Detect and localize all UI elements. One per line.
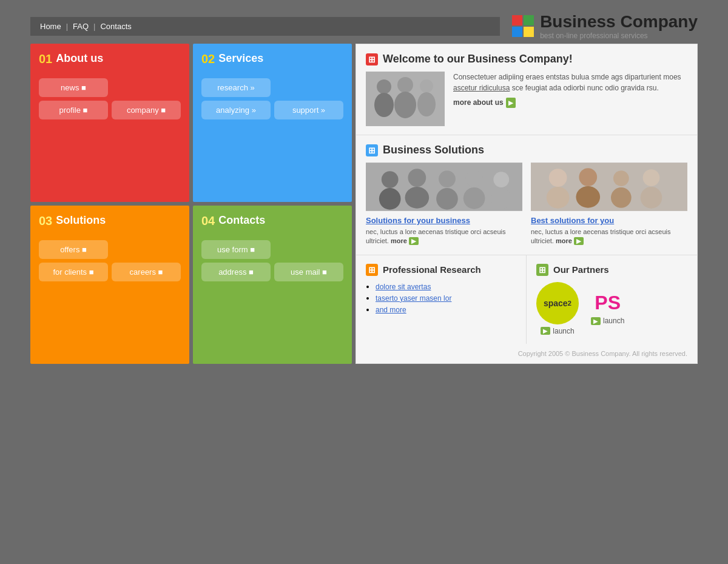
nav-contacts[interactable]: Contacts: [100, 22, 131, 31]
partners-section: ⊞ Our Partners space2 ▶ launch PS: [527, 255, 697, 344]
research-link-1[interactable]: dolore sit avertas: [376, 283, 431, 291]
research-heading: Professional Research: [383, 264, 481, 275]
welcome-icon: ⊞: [366, 53, 378, 65]
svg-point-25: [643, 169, 660, 186]
solutions-links: offers ■ for clients ■ careers ■: [39, 240, 181, 281]
biz-solutions-heading: Business Solutions: [383, 144, 484, 156]
svg-point-15: [463, 187, 485, 209]
solutions-link-forclients[interactable]: for clients ■: [39, 263, 108, 281]
footer: Copyright 2005 © Business Company. All r…: [356, 344, 697, 363]
services-link-support[interactable]: support »: [274, 101, 343, 119]
svg-point-23: [613, 170, 629, 186]
welcome-text: Consectetuer adipiing eraes entstas bulu…: [453, 72, 687, 126]
research-title-row: ⊞ Professional Research: [366, 264, 516, 276]
logo-icon-yellow: [524, 27, 534, 37]
contacts-number: 04: [201, 214, 215, 228]
research-link-3[interactable]: and more: [376, 306, 406, 314]
partners-icon: ⊞: [536, 264, 548, 276]
contacts-links: use form ■ address ■ use mail ■: [201, 240, 343, 281]
solutions-link-offers[interactable]: offers ■: [39, 240, 108, 259]
svg-point-16: [493, 172, 509, 187]
welcome-heading: Welcome to our Business Company!: [383, 53, 573, 65]
ascetur-link[interactable]: ascetur ridiculusa: [453, 84, 510, 92]
contacts-link-usemail[interactable]: use mail ■: [274, 263, 343, 281]
solution-link-2[interactable]: Best solutions for you: [531, 216, 687, 225]
svg-point-2: [374, 93, 394, 117]
svg-point-1: [377, 79, 391, 94]
space2-launch[interactable]: ▶ launch: [541, 327, 574, 335]
solutions-title: Solutions: [56, 214, 106, 227]
welcome-title-row: ⊞ Welcome to our Business Company!: [366, 53, 687, 65]
nav-home[interactable]: Home: [40, 22, 61, 31]
ps-launch[interactable]: ▶ launch: [591, 317, 624, 325]
svg-point-3: [397, 77, 413, 93]
services-header: 02 Services: [201, 52, 343, 72]
list-item: and more: [376, 305, 516, 314]
welcome-body: Consectetuer adipiing eraes entstas bulu…: [366, 72, 687, 126]
svg-point-19: [549, 169, 567, 187]
svg-point-12: [439, 170, 456, 187]
about-link-news[interactable]: news ■: [39, 78, 108, 97]
header: Home | FAQ | Contacts Business Company b…: [30, 12, 698, 40]
research-list: dolore sit avertas taserto yaser masen l…: [366, 282, 516, 314]
svg-point-21: [579, 168, 597, 186]
right-content: ⊞ Welcome to our Business Company!: [356, 44, 698, 364]
contacts-link-useform[interactable]: use form ■: [201, 240, 271, 259]
solution-link-1[interactable]: Solutions for your business: [366, 216, 522, 225]
svg-point-5: [420, 79, 433, 93]
panel-solutions: 03 Solutions offers ■ for clients ■ care…: [30, 206, 189, 364]
welcome-section: ⊞ Welcome to our Business Company!: [356, 44, 697, 135]
solution-item-2: Best solutions for you nec, luctus a lor…: [531, 163, 687, 246]
services-link-research[interactable]: research »: [201, 78, 271, 97]
svg-point-26: [641, 187, 662, 209]
solution-text-1: nec, luctus a lore aecenas tristique orc…: [366, 227, 522, 246]
logo-icon-blue: [512, 27, 522, 37]
research-link-2[interactable]: taserto yaser masen lor: [376, 294, 451, 303]
launch-arrow-icon-2: ▶: [591, 317, 601, 325]
services-number: 02: [201, 52, 215, 66]
solutions-grid: Solutions for your business nec, luctus …: [366, 163, 687, 246]
contacts-link-address[interactable]: address ■: [201, 263, 271, 281]
contacts-panel-header: 04 Contacts: [201, 214, 343, 234]
logo-icon-green: [524, 15, 534, 25]
services-link-analyzing[interactable]: analyzing »: [201, 101, 271, 119]
svg-point-8: [382, 171, 399, 188]
page-wrapper: Home | FAQ | Contacts Business Company b…: [30, 12, 698, 364]
solutions-link-careers[interactable]: careers ■: [112, 263, 181, 281]
solutions-panel-header: 03 Solutions: [39, 214, 181, 234]
svg-point-20: [547, 187, 570, 209]
about-link-company[interactable]: company ■: [112, 101, 181, 119]
more-about-link[interactable]: more about us ▶: [453, 97, 516, 108]
solution-photo-1: [366, 163, 522, 211]
svg-point-4: [394, 92, 416, 118]
logo-subtitle: best on-line professional services: [540, 32, 698, 40]
footer-text: Copyright 2005 © Business Company. All r…: [518, 350, 687, 357]
svg-point-9: [379, 188, 401, 210]
nav-bar: Home | FAQ | Contacts: [30, 17, 500, 36]
about-links: news ■ profile ■ company ■: [39, 78, 181, 119]
solution-more-1[interactable]: more ▶: [391, 237, 419, 244]
partners-title-row: ⊞ Our Partners: [536, 264, 687, 276]
more-arrow-icon: ▶: [506, 98, 516, 108]
left-panels: 01 About us news ■ profile ■ company ■ 0…: [30, 44, 352, 364]
solution-more-2[interactable]: more ▶: [556, 237, 584, 244]
logo-title: Business Company: [540, 12, 698, 32]
list-item: dolore sit avertas: [376, 282, 516, 291]
nav-sep2: |: [93, 22, 95, 31]
partners-logos: space2 ▶ launch PS ▶ launch: [536, 282, 687, 335]
nav-faq[interactable]: FAQ: [73, 22, 89, 31]
business-solutions-section: ⊞ Business Solutions: [356, 135, 697, 255]
services-title: Services: [218, 52, 263, 65]
solution-text-2: nec, luctus a lore aecenas tristique orc…: [531, 227, 687, 246]
about-link-profile[interactable]: profile ■: [39, 101, 108, 119]
ps-logo: PS: [595, 292, 621, 314]
partners-heading: Our Partners: [553, 264, 609, 275]
panel-about: 01 About us news ■ profile ■ company ■: [30, 44, 189, 202]
partner-ps: PS ▶ launch: [591, 292, 624, 325]
launch-arrow-icon: ▶: [541, 327, 550, 335]
svg-point-22: [576, 186, 600, 208]
biz-solutions-icon: ⊞: [366, 144, 378, 156]
contacts-title: Contacts: [218, 214, 265, 227]
about-header: 01 About us: [39, 52, 181, 72]
solution-photo-2: [531, 163, 687, 211]
